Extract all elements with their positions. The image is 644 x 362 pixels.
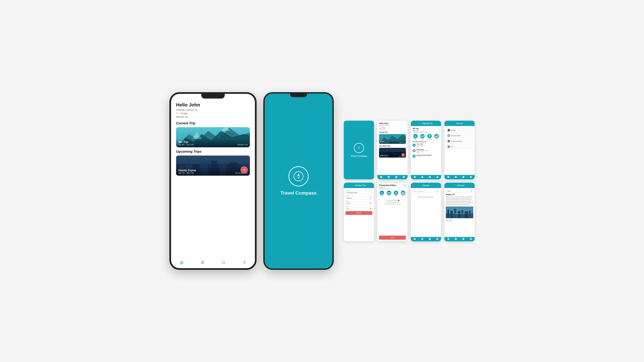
s-current-trip-label: Current Trip xyxy=(379,131,406,133)
s-nav-home[interactable] xyxy=(380,176,382,178)
food-icon-item[interactable]: Food xyxy=(434,134,439,140)
svg-rect-39 xyxy=(455,208,456,210)
photo-food-circle xyxy=(401,191,405,195)
acc-nav-home[interactable] xyxy=(447,176,449,178)
photo-hotel-item[interactable]: Hotel xyxy=(387,191,391,196)
dp-nav-bell[interactable] xyxy=(462,238,464,240)
location-label: Location xyxy=(346,195,372,196)
bottom-navigation xyxy=(171,258,255,268)
photo-activities-circle xyxy=(394,191,398,195)
s-upcoming-trip-card[interactable]: Family Cruise Mar 7th – Mar 15th Anchora… xyxy=(379,148,406,158)
travel-docs-item[interactable]: 📋 Travel Documents xyxy=(446,133,473,138)
activities-icon-item[interactable]: Activities xyxy=(427,134,432,140)
discover-search-box[interactable]: Enter a destination 🔍 xyxy=(412,190,440,193)
hotel-icon-item[interactable]: Hotel xyxy=(420,134,425,140)
flight-timeline-icon xyxy=(412,144,416,147)
location-text: Whistler, BC xyxy=(176,116,188,118)
prague-search-icon: 🔍 xyxy=(470,190,472,192)
departs-label: Departs xyxy=(346,200,372,201)
upcoming-trip-card[interactable]: Family Cruise Mar 7th – Mar 15th Anchora… xyxy=(176,156,250,176)
svg-point-28 xyxy=(404,176,404,177)
s-nav-compass[interactable] xyxy=(388,176,390,178)
language-row: Language Czech xyxy=(446,219,473,222)
create-trip-button[interactable]: CREATE xyxy=(346,211,372,215)
dp-nav-home[interactable] xyxy=(447,238,449,240)
departs-input[interactable]: Sep. 20 📅 xyxy=(346,202,372,205)
close-button[interactable]: ✕ xyxy=(404,184,406,187)
flight-timeline-content: YYZ – YVR Air Canada AC10310 am – 12 pm5… xyxy=(416,143,440,148)
account-header: Account xyxy=(444,121,474,126)
s-current-trip-card[interactable]: Ski Trip Jan 6th – Jan 12th Whistler, CA xyxy=(379,134,406,144)
s-add-trip-btn[interactable]: + xyxy=(402,153,405,157)
de-nav-home[interactable] xyxy=(414,238,416,240)
weather-text: 7° – Cloudy xyxy=(176,112,187,115)
ont-nav-compass[interactable] xyxy=(421,176,423,178)
acc-nav-user[interactable] xyxy=(470,176,472,178)
compass-nav-item[interactable] xyxy=(200,260,205,265)
ont-nav-user[interactable] xyxy=(436,176,438,178)
done-button[interactable]: DONE xyxy=(379,236,406,240)
discover-prague-bottom-nav xyxy=(444,237,474,241)
returns-label: Returns xyxy=(346,206,372,207)
bell-nav-item[interactable] xyxy=(221,260,226,265)
trip-name-input[interactable]: Photography Holiday xyxy=(346,191,372,194)
screens-grid: Travel Compass Hello John Saturday, Janu… xyxy=(344,121,474,241)
settings-item[interactable]: ⚙ Settings xyxy=(446,128,473,132)
upcoming-trip-overlay: Family Cruise Mar 7th – Mar 15th xyxy=(176,167,250,176)
discover-prague-header: ← Discover xyxy=(444,183,474,188)
add-trip-header: ← Add New Trip xyxy=(344,183,374,188)
returns-input[interactable]: Oct. 2 📅 xyxy=(346,207,372,210)
home-nav-item[interactable] xyxy=(179,260,184,265)
discover-empty-body: Enter a destination 🔍 Where do you want … xyxy=(411,188,441,237)
add-trip-back[interactable]: ← xyxy=(352,185,354,186)
svg-marker-16 xyxy=(202,262,203,263)
user-nav-item[interactable] xyxy=(242,260,247,265)
hotel-icon-circle xyxy=(420,134,425,138)
de-nav-compass[interactable] xyxy=(421,238,423,240)
photo-flights-item[interactable]: Flights xyxy=(380,191,384,196)
back-arrow[interactable]: ← xyxy=(420,122,421,124)
photo-activities-item[interactable]: Activities xyxy=(394,191,398,196)
svg-marker-20 xyxy=(297,176,300,179)
s-home-bottom-nav xyxy=(377,175,408,179)
ont-nav-home[interactable] xyxy=(414,176,416,178)
phone-notch xyxy=(201,94,225,98)
dp-nav-compass[interactable] xyxy=(455,238,457,240)
help-item[interactable]: ? Help xyxy=(446,144,473,149)
discover-back[interactable]: ← xyxy=(455,185,456,186)
s-nav-bell[interactable] xyxy=(395,176,397,178)
prague-search-box[interactable]: Prague 🔍 xyxy=(446,189,473,193)
search-magnify-icon: 🔍 xyxy=(436,191,438,192)
ont-nav-bell[interactable] xyxy=(429,176,431,178)
emergency-contacts-item[interactable]: 📞 Emergency Contacts xyxy=(446,139,473,143)
food-icon-circle xyxy=(434,134,439,138)
svg-rect-43 xyxy=(469,211,470,218)
search-icon: 🔍 xyxy=(370,197,371,199)
trip-title: Ski Trip xyxy=(178,141,248,144)
svg-rect-35 xyxy=(451,212,453,218)
timeline-date-label: Saturday, January 7th xyxy=(412,141,440,142)
greeting-text: Hello John xyxy=(176,102,250,108)
location-input[interactable]: Prague, CZ 🔍 xyxy=(346,196,372,199)
s-nav-user[interactable] xyxy=(403,176,405,178)
emergency-contacts-icon: 📞 xyxy=(448,140,450,142)
screen-add-trip: ← Add New Trip Trip Name Photography Hol… xyxy=(344,183,374,241)
svg-point-17 xyxy=(244,261,245,262)
acc-nav-compass[interactable] xyxy=(455,176,457,178)
add-trip-body: Trip Name Photography Holiday Location P… xyxy=(344,188,374,241)
discover-empty-header: Discover xyxy=(411,183,441,188)
upcoming-trips-label: Upcoming Trips xyxy=(176,150,250,153)
phone-main-content: Hello John Saturday, January 7th 7° – Cl… xyxy=(171,94,255,258)
de-nav-bell[interactable] xyxy=(429,238,431,240)
svg-rect-36 xyxy=(450,211,453,212)
acc-nav-bell[interactable] xyxy=(462,176,464,178)
de-nav-user[interactable] xyxy=(436,238,438,240)
flights-icon-item[interactable]: Flights xyxy=(413,134,418,140)
svg-rect-41 xyxy=(461,210,463,218)
account-body: ⚙ Settings 📋 Travel Documents 📞 Emergenc… xyxy=(444,126,474,175)
current-trip-card[interactable]: Ski Trip Jan 6th – Jan 12th Whistler, CA xyxy=(176,127,250,147)
dp-nav-user[interactable] xyxy=(470,238,472,240)
phone-subtitle: Saturday, January 7th 7° – Cloudy Whistl… xyxy=(176,108,250,119)
photo-food-item[interactable]: Food xyxy=(401,191,405,196)
ongoing-title: Ski Trip xyxy=(412,128,440,130)
